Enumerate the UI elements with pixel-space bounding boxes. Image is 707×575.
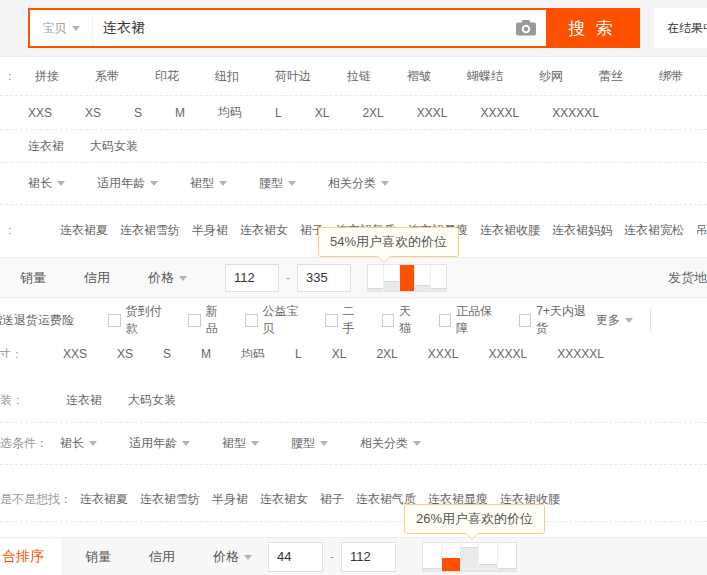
filter-dropdown[interactable]: 裙型 [190, 175, 227, 192]
style-filter-chip[interactable]: 拉链 [347, 68, 371, 85]
related-search-link[interactable]: 裙子 [320, 491, 344, 508]
related-search-link[interactable]: 连衣裙女 [260, 491, 308, 508]
category-filter-chip[interactable]: 大码女装 [90, 138, 138, 155]
histogram-segment[interactable] [368, 265, 384, 291]
image-search-button[interactable] [506, 10, 546, 46]
sort-sales[interactable]: 销量 [20, 269, 46, 287]
size-filter-chip[interactable]: 2XL [362, 106, 383, 120]
sort-composite-active-tab[interactable]: 合排序 [0, 538, 63, 575]
category-filter-chip[interactable]: 连衣裙 [66, 392, 102, 409]
size-filter-chip[interactable]: XXS [63, 346, 87, 358]
related-search-link[interactable]: 连衣裙女 [240, 222, 288, 239]
checkbox-icon[interactable] [439, 314, 452, 327]
size-filter-chip[interactable]: XL [332, 346, 347, 358]
sort-credit[interactable]: 信用 [149, 548, 175, 566]
style-filter-chip[interactable]: 系带 [95, 68, 119, 85]
related-search-link[interactable]: 连衣裙夏 [60, 222, 108, 239]
style-filter-chip[interactable]: 绑带 [659, 68, 683, 85]
style-filter-chip[interactable]: 印花 [155, 68, 179, 85]
size-filter-chip[interactable]: M [201, 346, 211, 358]
size-filter-chip[interactable]: S [163, 346, 171, 358]
sort-sales[interactable]: 销量 [85, 548, 111, 566]
checkbox-icon[interactable] [325, 314, 338, 327]
filter-dropdown[interactable]: 适用年龄 [129, 435, 190, 452]
style-filter-chip[interactable]: 拼接 [35, 68, 59, 85]
size-filter-chip[interactable]: XXXXXL [557, 346, 604, 358]
service-checkbox[interactable]: 新品 [188, 303, 229, 337]
style-filter-chip[interactable]: 荷叶边 [275, 68, 311, 85]
histogram-segment[interactable] [498, 543, 516, 571]
filter-dropdown[interactable]: 裙型 [222, 435, 259, 452]
size-filter-chip[interactable]: 均码 [241, 346, 265, 358]
checkbox-icon[interactable] [519, 314, 532, 327]
price-max-input[interactable] [341, 542, 396, 572]
related-search-link[interactable]: 连衣裙收腰 [480, 222, 540, 239]
service-checkbox[interactable]: 货到付款 [108, 303, 172, 337]
sort-credit[interactable]: 信用 [84, 269, 110, 287]
service-cut-label[interactable]: 赠送退货运费险 [0, 312, 74, 329]
category-filter-chip[interactable]: 大码女装 [128, 392, 176, 409]
search-button[interactable]: 搜 索 [546, 10, 638, 46]
checkbox-icon[interactable] [382, 314, 395, 327]
histogram-segment[interactable] [400, 265, 416, 291]
size-filter-chip[interactable]: XXXL [417, 106, 448, 120]
service-checkbox[interactable]: 7+天内退货 [519, 303, 596, 337]
checkbox-icon[interactable] [108, 314, 121, 327]
service-checkbox[interactable]: 公益宝贝 [245, 303, 309, 337]
search-in-results[interactable]: 在结果中 [654, 8, 707, 48]
histogram-segment[interactable] [415, 265, 431, 291]
size-filter-chip[interactable]: 均码 [218, 104, 242, 121]
price-min-input[interactable] [268, 542, 323, 572]
related-search-link[interactable]: 连衣裙雪纺 [120, 222, 180, 239]
size-filter-chip[interactable]: XXXXXL [552, 106, 599, 120]
filter-dropdown[interactable]: 适用年龄 [97, 175, 158, 192]
price-min-input[interactable] [225, 264, 279, 292]
size-filter-chip[interactable]: XXXXL [488, 346, 527, 358]
search-category-select[interactable]: 宝贝 [30, 10, 93, 46]
filter-dropdown[interactable]: 相关分类 [328, 175, 389, 192]
related-search-link[interactable]: 半身裙 [192, 222, 228, 239]
style-filter-chip[interactable]: 褶皱 [407, 68, 431, 85]
filter-dropdown[interactable]: 裙长 [60, 435, 97, 452]
price-max-input[interactable] [297, 264, 351, 292]
size-filter-chip[interactable]: XS [85, 106, 101, 120]
size-filter-chip[interactable]: XXXXL [480, 106, 519, 120]
style-filter-chip[interactable]: 纽扣 [215, 68, 239, 85]
price-histogram[interactable] [367, 264, 447, 292]
size-filter-chip[interactable]: L [295, 346, 302, 358]
size-filter-chip[interactable]: M [175, 106, 185, 120]
checkbox-icon[interactable] [188, 314, 201, 327]
size-filter-chip[interactable]: XL [315, 106, 330, 120]
histogram-segment[interactable] [479, 543, 498, 571]
histogram-segment[interactable] [423, 543, 442, 571]
histogram-segment[interactable] [461, 543, 480, 571]
size-filter-chip[interactable]: XXS [28, 106, 52, 120]
filter-dropdown[interactable]: 腰型 [291, 435, 328, 452]
size-filter-chip[interactable]: XXXL [428, 346, 459, 358]
related-search-link[interactable]: 连衣裙宽松 [624, 222, 684, 239]
sort-price[interactable]: 价格 [148, 269, 187, 287]
style-filter-chip[interactable]: 蕾丝 [599, 68, 623, 85]
related-search-link[interactable]: 吊 [696, 222, 707, 239]
histogram-segment[interactable] [442, 543, 461, 571]
search-input[interactable] [93, 10, 506, 46]
checkbox-icon[interactable] [245, 314, 258, 327]
histogram-segment[interactable] [384, 265, 400, 291]
filter-dropdown[interactable]: 相关分类 [360, 435, 421, 452]
category-filter-chip[interactable]: 连衣裙 [28, 138, 64, 155]
filter-dropdown[interactable]: 腰型 [259, 175, 296, 192]
ship-from-filter[interactable]: 发货地 [668, 269, 707, 287]
related-search-link[interactable]: 连衣裙夏 [80, 491, 128, 508]
price-histogram[interactable] [422, 542, 517, 572]
style-filter-chip[interactable]: 纱网 [539, 68, 563, 85]
related-search-link[interactable]: 连衣裙妈妈 [552, 222, 612, 239]
service-checkbox[interactable]: 天猫 [382, 303, 423, 337]
size-filter-chip[interactable]: 2XL [376, 346, 397, 358]
more-filters-button[interactable]: 更多 [596, 312, 633, 329]
filter-dropdown[interactable]: 裙长 [28, 175, 65, 192]
size-filter-chip[interactable]: S [134, 106, 142, 120]
sort-price[interactable]: 价格 [213, 548, 252, 566]
service-checkbox[interactable]: 正品保障 [439, 303, 503, 337]
related-search-link[interactable]: 连衣裙雪纺 [140, 491, 200, 508]
size-filter-chip[interactable]: XS [117, 346, 133, 358]
